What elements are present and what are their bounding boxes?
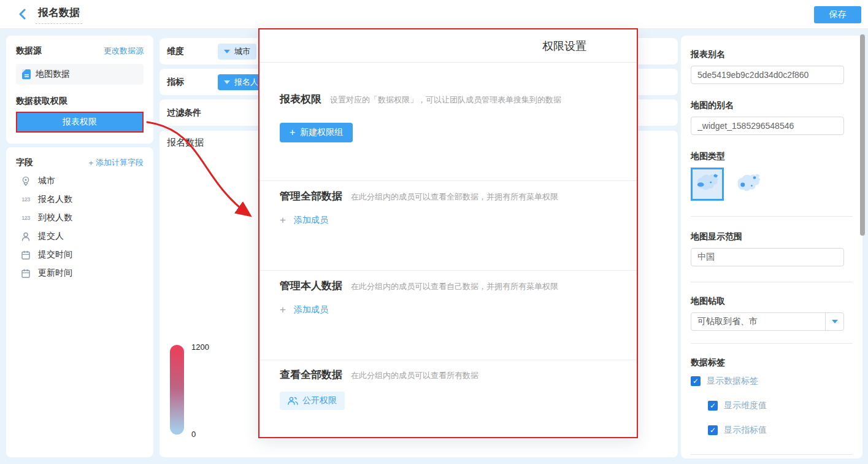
divider — [691, 216, 853, 217]
field-item-signup-count[interactable]: 123 报名人数 — [16, 194, 144, 205]
group-icon — [288, 396, 298, 405]
section-desc: 在此分组内的成员可以查看全部数据，并拥有所有菜单权限 — [351, 191, 558, 203]
divider — [691, 282, 853, 282]
user-icon — [20, 232, 32, 241]
map-alias-input[interactable] — [691, 117, 844, 135]
legend-min-value: 0 — [191, 430, 196, 439]
chevron-down-icon — [832, 320, 838, 323]
add-member-link[interactable]: + 添加成员 — [280, 304, 328, 316]
plus-icon: + — [88, 158, 93, 168]
change-datasource-link[interactable]: 更改数据源 — [104, 45, 144, 56]
divider — [691, 454, 853, 455]
checkbox-row-metric-value: ✓ 显示指标值 — [708, 425, 853, 436]
select-dropdown-button[interactable] — [825, 313, 843, 330]
section-desc: 设置对应的「数据权限」，可以让团队成员管理表单搜集到的数据 — [330, 95, 561, 106]
map-drill-label: 地图钻取 — [691, 296, 853, 307]
back-chevron-icon — [18, 9, 26, 20]
vertical-scrollbar[interactable] — [860, 34, 865, 236]
section-desc: 在此分组内的成员可以查看自己数据，并拥有所有菜单权限 — [351, 281, 558, 292]
section-title: 管理本人数据 — [280, 279, 342, 293]
datasource-title: 数据源 — [16, 45, 42, 56]
checkbox-row-data-label: ✓ 显示数据标签 — [691, 376, 853, 387]
dimension-tag-city[interactable]: 城市 — [218, 44, 256, 60]
section-desc: 在此分组内的成员可以查看所有数据 — [351, 370, 478, 381]
report-alias-input[interactable] — [691, 66, 844, 84]
chevron-down-icon — [224, 80, 230, 84]
section-manage-own-data: 管理本人数据 在此分组内的成员可以查看自己数据，并拥有所有菜单权限 + 添加成员 — [259, 270, 637, 360]
new-permission-group-button[interactable]: + 新建权限组 — [280, 123, 353, 142]
add-member-link[interactable]: + 添加成员 — [280, 214, 328, 226]
legend-max-value: 1200 — [191, 342, 209, 352]
map-type-label: 地图类型 — [691, 151, 853, 162]
map-alias-label: 地图的别名 — [691, 100, 853, 111]
checkbox-checked[interactable]: ✓ — [708, 401, 718, 411]
data-access-title: 数据获取权限 — [16, 96, 144, 107]
modal-title: 权限设置 — [542, 39, 586, 53]
divider — [691, 343, 853, 344]
field-item-city[interactable]: 城市 — [16, 176, 144, 187]
section-manage-all-data: 管理全部数据 在此分组内的成员可以查看全部数据，并拥有所有菜单权限 + 添加成员 — [259, 180, 637, 270]
map-type-bubble-option[interactable] — [732, 169, 764, 201]
number-icon: 123 — [20, 215, 32, 221]
public-permission-button[interactable]: 公开权限 — [280, 392, 345, 410]
section-report-permission: 报表权限 设置对应的「数据权限」，可以让团队成员管理表单搜集到的数据 + 新建权… — [259, 63, 637, 180]
section-title: 管理全部数据 — [280, 189, 342, 203]
map-drill-select[interactable]: 可钻取到省、市 — [691, 312, 844, 331]
plus-icon: + — [280, 304, 286, 316]
save-button[interactable]: 保存 — [814, 6, 861, 23]
field-item-submit-time[interactable]: 提交时间 — [16, 249, 144, 260]
datasource-name: 地图数据 — [36, 69, 70, 80]
location-icon — [20, 176, 32, 186]
permission-settings-modal: 权限设置 报表权限 设置对应的「数据权限」，可以让团队成员管理表单搜集到的数据 … — [258, 28, 638, 438]
datasource-panel: 数据源 更改数据源 地图数据 数据获取权限 报表权限 — [6, 36, 153, 144]
plus-icon: + — [280, 214, 286, 226]
section-view-all-data: 查看全部数据 在此分组内的成员可以查看所有数据 公开权限 — [259, 360, 637, 410]
field-item-arrival-count[interactable]: 123 到校人数 — [16, 212, 144, 223]
datasource-item[interactable]: 地图数据 — [16, 64, 144, 85]
calendar-icon — [20, 269, 32, 278]
field-item-submitter[interactable]: 提交人 — [16, 231, 144, 242]
map-range-input[interactable] — [691, 248, 844, 266]
map-type-filled-option[interactable] — [691, 168, 724, 201]
checkbox-checked[interactable]: ✓ — [708, 425, 718, 435]
checkbox-row-dimension-value: ✓ 显示维度值 — [708, 400, 853, 411]
calendar-icon — [20, 250, 32, 260]
dimension-label: 维度 — [167, 46, 218, 57]
metric-label: 指标 — [167, 77, 218, 88]
field-item-update-time[interactable]: 更新时间 — [16, 268, 144, 279]
number-icon: 123 — [20, 196, 32, 203]
data-label-title: 数据标签 — [691, 357, 853, 368]
settings-panel: 报表别名 地图的别名 地图类型 地图显示范围 地图钻取 可钻取到省、市 — [681, 36, 862, 458]
china-map-filled-icon — [693, 172, 721, 196]
report-permission-button[interactable]: 报表权限 — [16, 112, 144, 133]
report-alias-label: 报表别名 — [691, 49, 853, 60]
modal-header: 权限设置 — [259, 29, 637, 63]
plus-icon: + — [290, 127, 295, 138]
china-map-bubble-icon — [733, 172, 764, 197]
checkbox-checked[interactable]: ✓ — [691, 376, 701, 386]
map-range-label: 地图显示范围 — [691, 231, 853, 242]
file-icon — [22, 69, 31, 79]
section-title: 报表权限 — [280, 92, 321, 106]
add-calc-field-link[interactable]: + 添加计算字段 — [88, 157, 144, 168]
fields-title: 字段 — [16, 157, 33, 168]
color-legend-bar — [170, 345, 184, 435]
section-title: 查看全部数据 — [280, 368, 342, 382]
fields-panel: 字段 + 添加计算字段 城市 123 报名人数 123 到校人数 提交人 提交时… — [6, 147, 153, 457]
filter-label: 过滤条件 — [167, 107, 218, 118]
top-bar: 报名数据 保存 — [0, 0, 868, 29]
chevron-down-icon — [224, 50, 230, 53]
back-button[interactable] — [16, 8, 28, 20]
page-title: 报名数据 — [36, 4, 82, 24]
